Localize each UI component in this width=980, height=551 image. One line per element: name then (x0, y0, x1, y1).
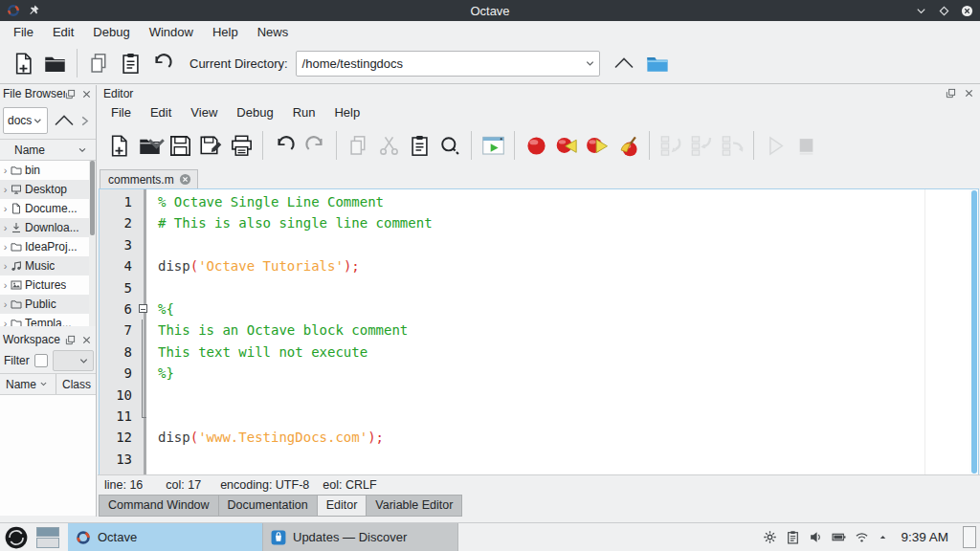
task-octave[interactable]: Octave (68, 523, 263, 551)
browse-directory-button[interactable] (645, 51, 670, 76)
code-editor[interactable]: 1% Octave Single Line Comment2# This is … (99, 188, 979, 475)
more-actions-button[interactable] (79, 108, 92, 133)
file-browser-item-public[interactable]: ›Public (0, 295, 96, 314)
run-in-terminal-button[interactable] (478, 127, 508, 164)
code-line[interactable]: 2# This is also single line comment (100, 212, 969, 233)
step-in-button[interactable] (686, 127, 717, 164)
undo-button[interactable] (146, 46, 178, 80)
editor-menu-debug[interactable]: Debug (227, 102, 282, 122)
code-line[interactable]: 12disp('www.TestingDocs.com'); (100, 427, 969, 448)
dock-tab-command-window[interactable]: Command Window (99, 495, 219, 517)
workspace-name-column[interactable]: Name (0, 374, 56, 394)
code-line[interactable]: 8This text will not execute (100, 342, 969, 363)
file-browser-item-docume[interactable]: ›Docume... (0, 199, 96, 218)
volume-icon[interactable] (809, 530, 823, 544)
dock-tab-editor[interactable]: Editor (317, 495, 368, 517)
code-line[interactable]: 11 (100, 406, 969, 427)
menu-debug[interactable]: Debug (83, 22, 139, 42)
close-window-button[interactable] (961, 5, 973, 17)
cut-button[interactable] (373, 127, 404, 164)
expander-icon[interactable]: › (1, 256, 10, 276)
redo-button[interactable] (300, 127, 330, 164)
expander-icon[interactable]: › (1, 295, 10, 314)
fold-margin[interactable] (137, 320, 151, 341)
expander-icon[interactable]: › (1, 218, 10, 237)
workspace-header[interactable]: Workspace (0, 331, 96, 348)
save-file-button[interactable] (165, 127, 195, 164)
fold-margin[interactable] (137, 298, 151, 320)
next-breakpoint-button[interactable] (582, 127, 612, 164)
find-and-replace-button[interactable] (434, 127, 465, 164)
copy-button[interactable] (83, 46, 115, 80)
undock-icon[interactable] (65, 335, 76, 345)
desktop-2[interactable] (36, 538, 59, 548)
titlebar[interactable]: Octave (0, 0, 980, 21)
filter-combo[interactable] (53, 350, 94, 371)
close-icon[interactable] (81, 335, 92, 345)
expander-icon[interactable]: › (1, 199, 10, 218)
print-button[interactable] (226, 127, 256, 164)
tab-comments-m[interactable]: comments.m (100, 169, 198, 188)
open-file-button[interactable] (134, 127, 165, 164)
fold-margin[interactable] (137, 363, 151, 384)
file-browser-item-templa[interactable]: ›Templa... (0, 314, 96, 326)
virtual-desktop-pager[interactable] (36, 527, 59, 548)
fold-margin[interactable] (137, 385, 151, 406)
directory-up-button[interactable] (612, 51, 636, 76)
directory-up-button[interactable] (48, 106, 79, 135)
sort-chevron-icon[interactable] (78, 145, 87, 155)
open-file-button[interactable] (39, 46, 71, 80)
code-line[interactable]: 5 (100, 277, 969, 298)
undock-icon[interactable] (65, 89, 76, 99)
scrollbar-thumb[interactable] (971, 190, 977, 474)
previous-breakpoint-button[interactable] (551, 127, 582, 164)
scrollbar-thumb[interactable] (90, 161, 95, 235)
desktop-1[interactable] (36, 527, 59, 538)
menu-file[interactable]: File (4, 22, 43, 42)
code-line[interactable]: 1% Octave Single Line Comment (100, 191, 969, 212)
chevron-down-icon[interactable] (33, 116, 43, 126)
filter-checkbox[interactable] (34, 354, 48, 367)
toggle-breakpoint-button[interactable] (521, 127, 551, 164)
editor-menu-help[interactable]: Help (324, 102, 369, 122)
step-out-button[interactable] (717, 127, 747, 164)
file-browser-item-desktop[interactable]: ›Desktop (0, 180, 96, 199)
code-line[interactable]: 4disp('Octave Tutorials'); (100, 255, 969, 276)
file-browser-name-column[interactable]: Name (0, 139, 96, 161)
expander-icon[interactable]: › (1, 161, 10, 180)
network-icon[interactable] (855, 530, 869, 544)
code-lines[interactable]: 1% Octave Single Line Comment2# This is … (100, 191, 969, 470)
close-icon[interactable] (81, 89, 92, 99)
file-browser-path-combo[interactable]: docs (3, 107, 48, 134)
battery-icon[interactable] (832, 530, 846, 544)
clear-breakpoints-button[interactable] (612, 127, 643, 164)
new-script-button[interactable] (8, 46, 39, 80)
tab-close-icon[interactable] (179, 173, 191, 186)
close-icon[interactable] (964, 88, 974, 99)
editor-panel-header[interactable]: Editor (98, 85, 980, 101)
fold-margin[interactable] (137, 406, 151, 427)
paste-button[interactable] (115, 46, 146, 80)
file-browser-header[interactable]: File Browser (0, 85, 96, 102)
fold-margin[interactable] (137, 342, 151, 363)
editor-menu-view[interactable]: View (181, 102, 227, 122)
file-browser-item-music[interactable]: ›Music (0, 256, 96, 276)
system-settings-icon[interactable] (763, 530, 777, 544)
dock-tab-documentation[interactable]: Documentation (218, 495, 318, 517)
editor-menu-run[interactable]: Run (283, 102, 325, 122)
menu-window[interactable]: Window (140, 22, 203, 42)
menu-help[interactable]: Help (203, 22, 248, 42)
application-launcher-icon[interactable] (4, 525, 29, 550)
file-browser-item-bin[interactable]: ›bin (0, 161, 96, 180)
file-browser-item-pictures[interactable]: ›Pictures (0, 276, 96, 295)
menu-edit[interactable]: Edit (43, 22, 83, 42)
step-over-button[interactable] (656, 127, 686, 164)
task-updates-discover[interactable]: Updates — Discover (263, 523, 458, 551)
editor-menu-file[interactable]: File (101, 102, 141, 122)
current-directory-combo[interactable]: /home/testingdocs (296, 51, 600, 77)
copy-button[interactable] (343, 127, 373, 164)
undo-button[interactable] (269, 127, 300, 164)
code-line[interactable]: 9%} (100, 363, 969, 384)
code-line[interactable]: 13 (100, 449, 969, 470)
workspace-class-column[interactable]: Class (56, 374, 96, 394)
